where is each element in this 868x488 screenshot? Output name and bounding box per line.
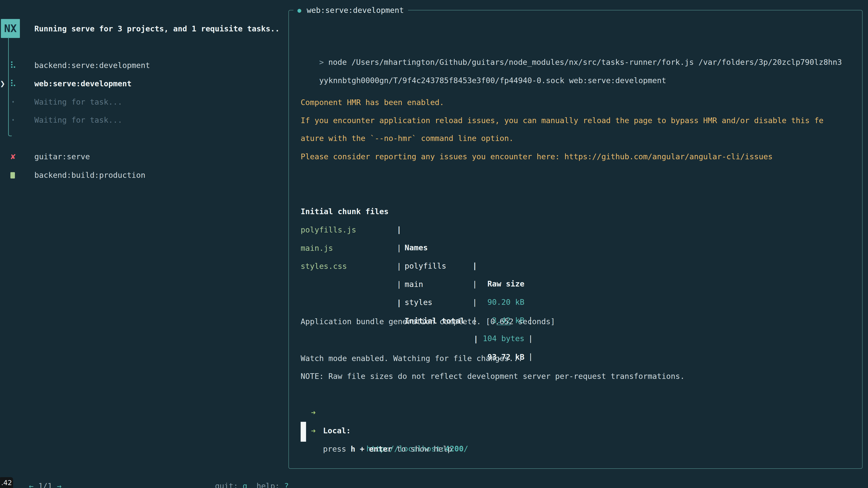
local-server-line: ➜ Local: http://localhost:4200/ (301, 385, 319, 403)
pager-prev-icon[interactable]: ← (29, 482, 33, 488)
hmr-message: If you encounter application reload issu… (301, 111, 824, 129)
help-hint-label: help: (256, 482, 280, 488)
key-enter: enter (369, 445, 392, 453)
watch-mode-message: Watch mode enabled. Watching for file ch… (301, 349, 523, 367)
hmr-message: Component HMR has been enabled. (301, 93, 444, 111)
chunk-table-row: polyfills.js | polyfills | 90.20 kB | (301, 203, 319, 221)
chunk-name: polyfills (405, 257, 446, 275)
pager: ←1/1→ (10, 459, 61, 477)
chunk-table-row: styles.css | styles | 104 bytes | (301, 239, 319, 257)
running-bullet-icon: ● (298, 6, 301, 14)
column-separator: | (473, 330, 478, 348)
chunk-size: 104 bytes (477, 329, 524, 348)
column-separator: | (472, 275, 477, 293)
command-line-wrap: yyknnbtgh0000gn/T/9f4c243785f8453e3f00/f… (301, 53, 666, 71)
nx-terminal-app: { "colors": { "background": "#162b35", "… (0, 0, 868, 488)
help-hint-line: ➜ pressh+enterto show help (301, 404, 319, 422)
arrow-right-icon: ➜ (311, 422, 315, 440)
note-message: NOTE: Raw file sizes do not reflect deve… (301, 367, 685, 385)
command-line: >node /Users/mhartington/Github/guitars/… (301, 35, 842, 53)
task-row-selected[interactable]: ⠧ web:serve:development (0, 74, 19, 93)
corner-tooltip-overlay: .42 (0, 477, 13, 488)
task-label: backend:serve:development (34, 56, 150, 74)
quit-key: q (243, 482, 247, 488)
chunk-size: 90.20 kB (477, 293, 524, 311)
chunk-file: styles.css (301, 257, 347, 275)
task-row-success[interactable]: backend:build:production (0, 166, 19, 184)
key-h: h (350, 445, 355, 453)
failed-x-icon: ✘ (9, 148, 17, 166)
task-label: guitar:serve (34, 148, 90, 166)
task-row[interactable]: · Waiting for task... (0, 93, 19, 111)
column-separator: | (397, 221, 401, 238)
bundle-complete-message: Application bundle generation complete. … (301, 313, 555, 330)
spinner-icon: ⠧ (9, 74, 17, 93)
overlay-text: .42 (1, 479, 12, 487)
help-hint-text: pressh+enterto show help (323, 440, 452, 458)
sidebar-title: Running serve for 3 projects, and 1 requ… (34, 20, 280, 38)
hmr-message: Please consider reporting any issues you… (301, 148, 773, 166)
column-separator: | (472, 293, 477, 311)
task-row[interactable]: ⠧ backend:serve:development (0, 56, 19, 74)
column-separator: | (397, 294, 401, 312)
col-names-header: Names (405, 238, 428, 257)
column-separator: | (528, 329, 533, 348)
chunk-table-header: Initial chunk files | Names | Raw size (301, 184, 319, 202)
hmr-message: ature with the `--no-hmr` command line o… (301, 129, 514, 147)
keyboard-hints: quit:qhelp:? (196, 459, 289, 477)
chunk-name: main (405, 275, 423, 293)
spinner-icon: ⠧ (9, 56, 17, 74)
pager-label: 1/1 (38, 482, 52, 488)
task-label: Waiting for task... (34, 93, 122, 111)
task-row-failed[interactable]: ✘ guitar:serve (0, 148, 19, 166)
column-separator: | (472, 257, 477, 275)
quit-hint-label: quit: (215, 482, 238, 488)
waiting-dot-icon: · (9, 93, 17, 111)
command-text: yyknnbtgh0000gn/T/9f4c243785f8453e3f00/f… (319, 76, 666, 85)
chunk-table-total-row: | Initial total | 93.72 kB (301, 275, 319, 294)
help-key: ? (284, 482, 289, 488)
column-separator: | (397, 257, 401, 275)
column-separator: | (397, 275, 401, 293)
terminal-output: >node /Users/mhartington/Github/guitars/… (301, 0, 843, 488)
panel-title-text: web:serve:development (307, 6, 404, 15)
task-label: web:serve:development (34, 74, 131, 93)
column-separator: | (397, 239, 401, 257)
task-row[interactable]: · Waiting for task... (0, 111, 19, 129)
panel-title: ● web:serve:development (293, 1, 408, 20)
col-rawsize-header: Raw size (477, 275, 524, 293)
local-label: Local: (323, 422, 351, 440)
chunk-table-row: main.js | main | 3.42 kB | (301, 221, 319, 239)
nx-logo-badge: NX (1, 19, 20, 38)
waiting-dot-icon: · (9, 111, 17, 129)
task-label: Waiting for task... (34, 111, 122, 129)
chunk-name: styles (405, 293, 432, 311)
column-separator: | (528, 348, 533, 365)
pager-next-icon[interactable]: → (57, 482, 61, 488)
task-label: backend:build:production (34, 166, 145, 184)
success-square-icon (10, 172, 15, 178)
plus-sign: + (360, 445, 364, 453)
terminal-cursor[interactable] (301, 422, 306, 442)
